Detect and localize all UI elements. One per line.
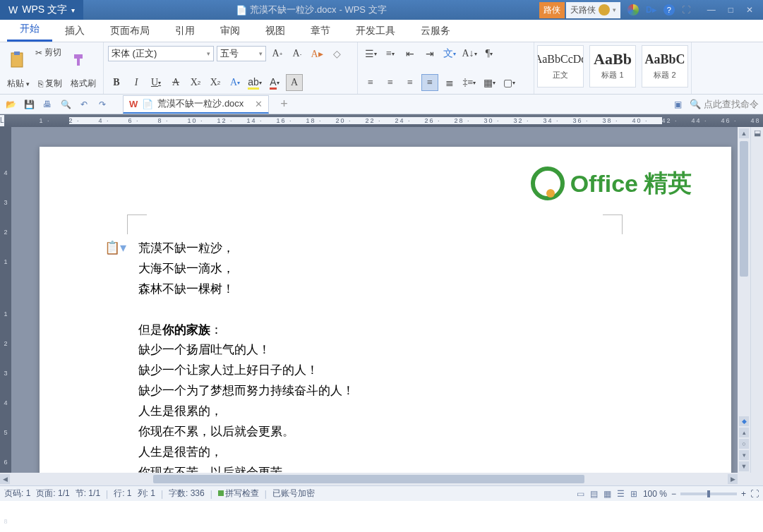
fit-page-icon[interactable]: ⛶ [750,489,759,499]
side-panel-icon[interactable]: ⬓ [751,127,763,140]
status-page-code[interactable]: 页码: 1 [4,488,30,500]
numbering-button[interactable]: ≡▾ [382,45,399,62]
tab-section[interactable]: 章节 [298,20,343,42]
status-encrypt[interactable]: 已账号加密 [272,488,315,500]
tab-home[interactable]: 开始 [7,18,52,42]
close-button[interactable]: ✕ [746,5,753,15]
document-content[interactable]: 荒漠不缺一粒沙， 大海不缺一滴水， 森林不缺一棵树！ 但是你的家族： 缺少一个扬… [138,238,689,473]
preview-icon[interactable]: 🔍 [59,98,72,111]
align-justify-button[interactable]: ≡ [421,74,438,91]
status-page[interactable]: 页面: 1/1 [36,488,69,500]
format-painter-button[interactable] [67,50,90,70]
status-col[interactable]: 列: 1 [138,488,155,500]
zoom-slider[interactable] [680,492,737,495]
superscript-button[interactable]: X2 [187,74,204,91]
horizontal-ruler[interactable]: L 1 · 2 · 4 · 6 · 8 · 10 · 12 · 14 · 16 … [0,114,763,127]
command-search[interactable]: 🔍 点此查找命令 [690,98,759,111]
scroll-marker[interactable]: ◆ [739,416,749,426]
underline-button[interactable]: U▾ [148,74,164,91]
text-direction-button[interactable]: 文▾ [441,45,458,62]
borders-button[interactable]: ▢▾ [500,74,517,91]
font-size-combo[interactable]: 五号▾ [217,46,266,61]
document-tab[interactable]: W 📄 荒漠不缺一粒沙.docx ✕ [123,95,269,114]
view-web-icon[interactable]: ▦ [603,489,611,499]
tab-cloud[interactable]: 云服务 [408,20,463,42]
style-heading1[interactable]: AaBb标题 1 [589,45,636,87]
save-icon[interactable]: 💾 [23,98,35,111]
show-marks-button[interactable]: ¶▾ [481,45,498,62]
paste-label[interactable]: 粘贴▾ [4,76,32,91]
status-section[interactable]: 节: 1/1 [76,488,100,500]
italic-button[interactable]: I [128,74,145,91]
open-icon[interactable]: 📂 [4,98,17,111]
minimize-button[interactable]: — [707,5,716,15]
scroll-up-button[interactable]: ▲ [739,128,749,138]
highlight-button[interactable]: ab▾ [246,74,263,91]
tab-insert[interactable]: 插入 [52,20,97,42]
collapse-ribbon-icon[interactable]: ▣ [671,98,684,111]
tab-references[interactable]: 引用 [162,20,208,42]
user-badge-2[interactable]: 天路侠 ▾ [566,2,620,18]
style-heading2[interactable]: AaBbC标题 2 [642,45,688,87]
zoom-in-button[interactable]: + [741,489,746,499]
char-shading-button[interactable]: A [286,74,303,91]
close-tab-icon[interactable]: ✕ [255,99,263,109]
page[interactable]: Office 精英 📋▾ 荒漠不缺一粒沙， 大海不缺一滴水， 森林不缺一棵树！ … [40,147,731,473]
shading-button[interactable]: ▦▾ [481,74,498,91]
grow-font-button[interactable]: A+ [269,45,286,62]
user-badge-1[interactable]: 路侠 [539,2,565,18]
clear-format-button[interactable]: ◇ [328,45,345,62]
scroll-right-button[interactable]: ▶ [728,474,738,484]
subscript-button[interactable]: X2 [207,74,224,91]
object-browse-button[interactable]: ○ [739,439,749,449]
scroll-thumb-h[interactable] [153,475,584,483]
strikethrough-button[interactable]: A [167,74,184,91]
next-page-button[interactable]: ▾ [739,450,749,460]
line-spacing-button[interactable]: ‡≡▾ [461,74,478,91]
scroll-down-button[interactable]: ▼ [739,461,749,471]
help-icon[interactable]: ? [663,4,675,16]
view-outline-icon[interactable]: ☰ [617,489,625,499]
bold-button[interactable]: B [108,74,125,91]
view-section-icon[interactable]: ⊞ [630,489,637,499]
scroll-thumb[interactable] [740,141,748,277]
status-line[interactable]: 行: 1 [114,488,131,500]
zoom-out-button[interactable]: − [671,489,676,499]
font-color-button[interactable]: A▾ [266,74,283,91]
view-read-icon[interactable]: ▭ [577,489,584,499]
tab-developer[interactable]: 开发工具 [343,20,408,42]
bullets-button[interactable]: ☰▾ [362,45,379,62]
horizontal-scrollbar[interactable]: ◀ ▶ [0,473,763,485]
cut-button[interactable]: ✂剪切 [32,45,64,60]
style-normal[interactable]: AaBbCcDd正文 [537,45,584,87]
align-center-button[interactable]: ≡ [382,74,399,91]
status-spell[interactable]: 拼写检查 [218,488,259,500]
sync-icon[interactable] [627,4,639,16]
align-distribute-button[interactable]: ≣ [441,74,458,91]
copy-button[interactable]: ⎘复制 [35,76,65,91]
zoom-level[interactable]: 100 % [643,489,667,499]
sort-button[interactable]: A↓▾ [461,45,478,62]
d-icon[interactable]: D▸ [646,5,656,15]
increase-indent-button[interactable]: ⇥ [421,45,438,62]
maximize-button[interactable]: □ [728,5,733,15]
view-print-icon[interactable]: ▤ [590,489,598,499]
scroll-left-button[interactable]: ◀ [0,474,10,484]
tab-page-layout[interactable]: 页面布局 [97,20,162,42]
status-words[interactable]: 字数: 336 [169,488,205,500]
vertical-scrollbar[interactable]: ▲ ◆ ▴ ○ ▾ ▼ [738,127,750,473]
shrink-font-button[interactable]: A- [289,45,306,62]
change-case-button[interactable]: A▸ [308,45,325,62]
align-right-button[interactable]: ≡ [402,74,419,91]
expand-icon[interactable]: ⛶ [682,5,690,15]
align-left-button[interactable]: ≡ [362,74,379,91]
paste-options-icon[interactable]: 📋▾ [104,240,126,255]
app-menu-button[interactable]: W WPS 文字 ▾ [0,0,83,20]
side-panel-strip[interactable]: ⬓ [750,127,763,473]
paste-button[interactable] [4,49,30,71]
font-name-combo[interactable]: 宋体 (正文)▾ [108,46,214,61]
vertical-ruler[interactable]: 4321123456789101112 [0,127,11,473]
text-effects-button[interactable]: A▾ [227,74,244,91]
tab-view[interactable]: 视图 [253,20,298,42]
print-icon[interactable]: 🖶 [41,98,54,111]
